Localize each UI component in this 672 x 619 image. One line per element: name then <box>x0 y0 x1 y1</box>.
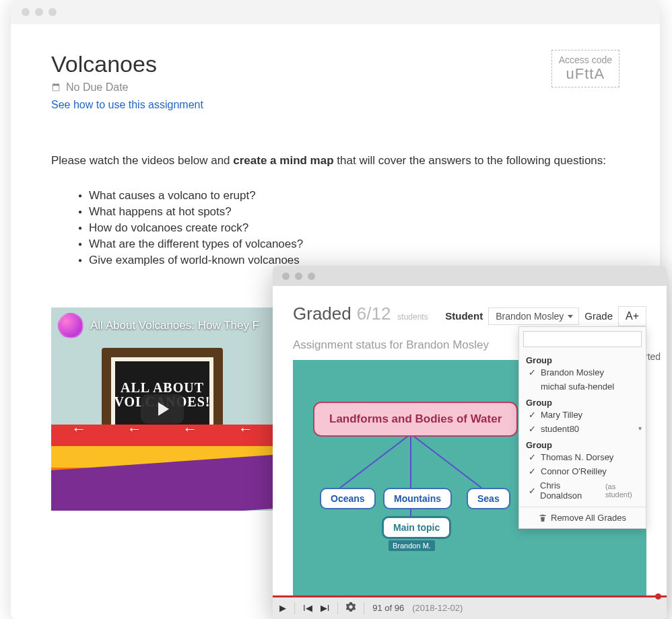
svg-line-0 <box>340 434 411 488</box>
dropdown-student-name: student80 <box>541 424 579 434</box>
instruction-text: Please watch the videos below and create… <box>51 153 619 169</box>
dropdown-search-input[interactable] <box>523 331 642 347</box>
gear-icon <box>346 602 356 612</box>
progress-track[interactable] <box>273 595 667 597</box>
step-forward-button[interactable]: ▶I <box>321 603 330 613</box>
dropdown-student-item[interactable]: ✓Brandon Mosley <box>526 365 639 379</box>
mindmap-root-node[interactable]: Landforms and Bodies of Water <box>313 402 518 437</box>
play-icon[interactable] <box>141 394 184 424</box>
mindmap-child-node[interactable]: Seas <box>467 488 510 509</box>
check-icon: ✓ <box>529 486 536 496</box>
check-icon: ✓ <box>529 367 537 377</box>
dropdown-student-item[interactable]: ✓Mary Tilley <box>526 408 639 422</box>
window-titlebar <box>11 0 660 24</box>
calendar-icon <box>51 83 61 92</box>
question-item: What are the different types of volcanoe… <box>78 238 619 251</box>
remove-all-grades-button[interactable]: Remove All Grades <box>519 507 646 528</box>
grader-top-row: Graded 6/12 students Student Brandon Mos… <box>293 303 646 326</box>
mindmap-child-node[interactable]: Mountains <box>383 488 452 509</box>
instruction-pre: Please watch the videos below and <box>51 154 233 167</box>
check-icon: ✓ <box>529 466 537 476</box>
dropdown-student-name: Mary Tilley <box>541 410 582 420</box>
status-name: Brandon Mosley <box>406 338 489 351</box>
access-code-box[interactable]: Access code uFttA <box>551 50 619 87</box>
assignment-title: Volcanoes <box>51 51 619 77</box>
mindmap-child-node[interactable]: Oceans <box>320 488 376 509</box>
dropdown-student-name: Thomas N. Dorsey <box>541 452 613 462</box>
history-player-bar: ▶ I◀ ▶I 91 of 96 (2018-12-02) <box>273 596 667 619</box>
graded-suffix: students <box>397 312 428 322</box>
dropdown-student-item[interactable]: michal sufa-hendel <box>526 379 639 394</box>
dropdown-student-item[interactable]: ✓Connor O'Reilley <box>526 464 639 478</box>
dropdown-group-label: Group <box>526 398 639 408</box>
traffic-light-min[interactable] <box>35 8 43 16</box>
instruction-bold: create a mind map <box>233 154 333 167</box>
remove-all-grades-label: Remove All Grades <box>551 513 626 523</box>
dropdown-search-row <box>519 327 646 351</box>
due-date-text: No Due Date <box>66 81 129 94</box>
access-code-label: Access code <box>559 54 612 65</box>
question-item: How do volcanoes create rock? <box>78 221 619 235</box>
question-item: What happens at hot spots? <box>78 205 619 219</box>
grade-input[interactable]: A+ <box>618 306 646 326</box>
student-label: Student <box>445 310 483 322</box>
instruction-post: that will cover the answers to the follo… <box>334 154 606 167</box>
grade-label: Grade <box>584 310 613 322</box>
graded-heading: Graded <box>293 303 351 324</box>
settings-button[interactable] <box>346 602 356 614</box>
access-code-value: uFttA <box>559 65 612 83</box>
dropdown-student-name: Connor O'Reilley <box>541 466 607 476</box>
traffic-light-close[interactable] <box>22 8 30 16</box>
channel-avatar[interactable] <box>58 313 83 338</box>
dropdown-student-name: Chris Donaldson <box>540 480 596 501</box>
dropdown-student-item[interactable]: ✓Chris Donaldson (as student) <box>526 478 639 503</box>
video-embed[interactable]: ALL ABOUT VOLCANOES! ←←←← All About Volc… <box>51 307 273 511</box>
mindmap-author-tag: Brandon M. <box>389 540 435 551</box>
mindmap-main-node[interactable]: Main topic <box>382 516 451 539</box>
student-dropdown[interactable]: Brandon Mosley <box>488 307 579 325</box>
video-header: All About Volcanoes: How They F <box>58 313 259 338</box>
check-icon: ✓ <box>529 410 537 420</box>
dropdown-list[interactable]: Group✓Brandon Mosleymichal sufa-hendelGr… <box>519 351 646 507</box>
play-button[interactable]: ▶ <box>279 603 286 613</box>
dropdown-student-suffix: (as student) <box>603 480 639 501</box>
due-date-row: No Due Date <box>51 81 619 94</box>
video-title[interactable]: All About Volcanoes: How They F <box>90 319 259 332</box>
student-dropdown-panel: Group✓Brandon Mosleymichal sufa-hendelGr… <box>518 326 646 529</box>
check-icon: ✓ <box>529 424 537 434</box>
dropdown-student-item[interactable]: ✓student80 <box>526 422 639 436</box>
history-position: 91 of 96 <box>372 603 404 613</box>
traffic-light-max[interactable] <box>48 8 57 16</box>
question-list: What causes a volcano to erupt? What hap… <box>78 189 619 267</box>
status-prefix: Assignment status for <box>293 338 406 351</box>
graded-count: 6/12 <box>357 303 391 324</box>
trash-icon <box>539 514 547 522</box>
svg-line-2 <box>411 434 481 488</box>
dropdown-student-name: michal sufa-hendel <box>541 381 614 392</box>
help-link[interactable]: See how to use this assignment <box>51 99 203 111</box>
dropdown-group-label: Group <box>526 440 639 450</box>
dropdown-group-label: Group <box>526 355 639 365</box>
grader-window: Graded 6/12 students Student Brandon Mos… <box>273 266 667 619</box>
traffic-light-close[interactable] <box>282 272 290 280</box>
progress-knob[interactable] <box>655 593 661 599</box>
traffic-light-max[interactable] <box>308 272 315 280</box>
check-icon: ✓ <box>529 452 537 462</box>
grader-titlebar <box>273 266 667 286</box>
dropdown-student-name: Brandon Mosley <box>541 367 604 377</box>
history-date: (2018-12-02) <box>412 603 463 613</box>
traffic-light-min[interactable] <box>295 272 302 280</box>
dropdown-student-item[interactable]: ✓Thomas N. Dorsey <box>526 450 639 464</box>
question-item: What causes a volcano to erupt? <box>78 189 619 203</box>
step-back-button[interactable]: I◀ <box>303 603 312 613</box>
question-item: Give examples of world-known volcanoes <box>78 254 619 267</box>
scrollbar-indicator[interactable]: ▾ <box>638 424 642 431</box>
